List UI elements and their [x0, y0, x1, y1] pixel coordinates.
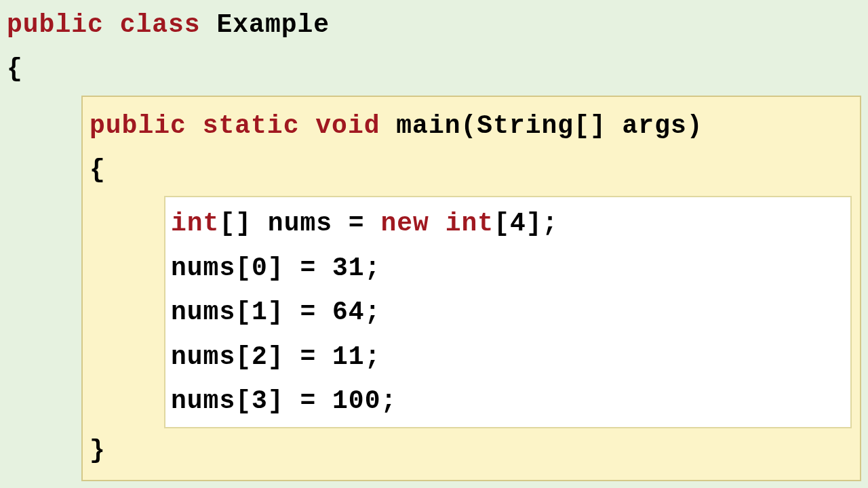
assignment-line: nums[0] = 31; — [171, 246, 845, 290]
keyword-int: int — [446, 209, 494, 238]
method-signature: main(String[] args) — [396, 111, 703, 140]
assignment-line: nums[1] = 64; — [171, 290, 845, 334]
method-close-brace: } — [90, 428, 852, 472]
method-open-brace: { — [90, 148, 852, 192]
keyword-new: new — [380, 209, 429, 238]
keyword-static: static — [203, 111, 300, 140]
keyword-public: public — [7, 10, 104, 39]
keyword-void: void — [315, 111, 380, 140]
keyword-class: class — [120, 10, 201, 39]
keyword-public: public — [90, 111, 186, 140]
body-block: int[] nums = new int[4]; nums[0] = 31; n… — [164, 196, 852, 428]
class-block: public class Example { public static voi… — [0, 0, 868, 488]
class-name: Example — [216, 10, 330, 39]
keyword-int: int — [171, 209, 219, 238]
assignment-line: nums[3] = 100; — [171, 379, 845, 423]
class-declaration: public class Example — [7, 3, 861, 47]
assignment-line: nums[2] = 11; — [171, 335, 845, 379]
array-declaration: int[] nums = new int[4]; — [171, 201, 845, 245]
method-declaration: public static void main(String[] args) — [90, 104, 852, 148]
method-block: public static void main(String[] args) {… — [81, 96, 861, 481]
class-open-brace: { — [7, 47, 861, 91]
class-close-brace: } — [7, 481, 861, 488]
